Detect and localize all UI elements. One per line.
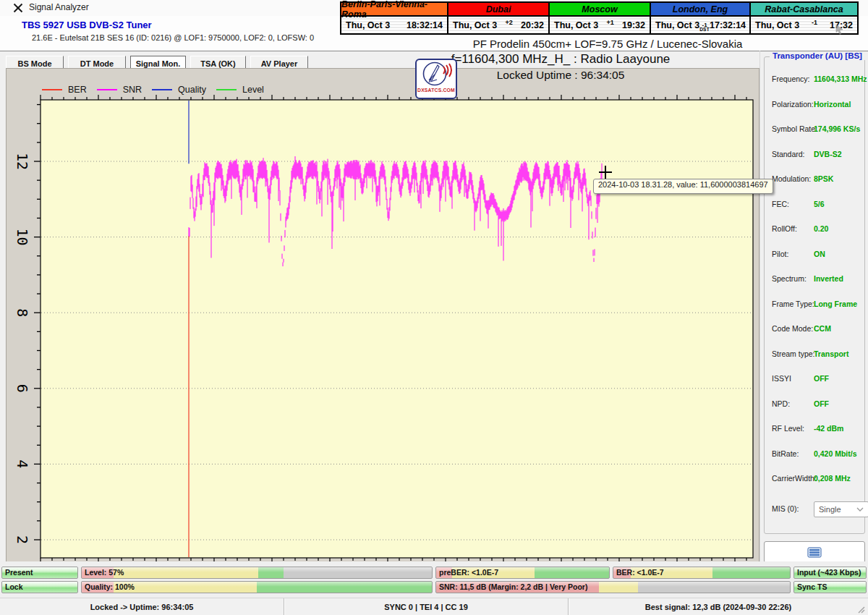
- transponder-row: Polarization:Horizontal: [772, 100, 860, 111]
- clock-berlin-paris-vienna-roma: Berlin-Paris-Vienna-Roma Thu, Oct 3 18:3…: [340, 1, 448, 35]
- clock-city-label: Moscow: [550, 3, 650, 17]
- list-icon: [807, 547, 822, 558]
- status-best-signal: Best signal: 12,3 dB (2024-09-30 22:26): [569, 598, 868, 615]
- tuner-subtitle: 21.6E - Eutelsat 21B SES 16 (ID: 0216) @…: [32, 33, 314, 42]
- dxsatcs-logo-graphic: [420, 60, 453, 89]
- app-icon: [13, 3, 23, 13]
- transponder-value: 11604,313 MHz: [814, 75, 867, 83]
- lock-indicator: Lock: [1, 581, 78, 593]
- transponder-row: Frame Type:Long Frame: [772, 300, 860, 310]
- window-title: Signal Analyzer: [29, 2, 89, 12]
- transponder-label: Standard:: [772, 150, 805, 161]
- transponder-row: Code Mode:CCM: [772, 324, 860, 335]
- transponder-row: Frequency:11604,313 MHz: [772, 75, 860, 85]
- transponder-value: ON: [814, 250, 825, 258]
- mis-row: MIS (0): Single: [772, 504, 860, 513]
- svg-text:6: 6: [14, 384, 31, 393]
- transponder-row: Symbol Rate:174,996 KS/s: [772, 124, 860, 135]
- level-line-swatch: [216, 89, 237, 90]
- transponder-label: Spectrum:: [772, 274, 807, 285]
- transponder-label: RF Level:: [772, 424, 804, 435]
- level-bar: Level: 57%: [81, 567, 433, 579]
- indicator-bars: Present Level: 57% preBER: <1.0E-7 BER: …: [0, 561, 868, 598]
- status-sync-counters: SYNC 0 | TEI 4 | CC 19: [284, 598, 569, 615]
- transponder-row: RF Level:-42 dBm: [772, 424, 860, 435]
- world-clocks: Berlin-Paris-Vienna-Roma Thu, Oct 3 18:3…: [340, 1, 859, 35]
- transponder-value: Inverted: [814, 274, 843, 283]
- transponder-label: Symbol Rate:: [772, 124, 817, 135]
- transponder-label: Code Mode:: [772, 324, 813, 335]
- svg-text:10: 10: [14, 229, 31, 246]
- chart-tooltip: 2024-10-03 18.31.28, value: 11,600000381…: [593, 179, 773, 194]
- transponder-value: 174,996 KS/s: [814, 124, 860, 133]
- clock-moscow: Moscow Thu, Oct 3 +1 19:32: [548, 1, 651, 35]
- clock-city-label: Dubai: [448, 3, 548, 17]
- clock-city-label: Rabat-Casablanca: [751, 3, 857, 17]
- transponder-label: CarrierWidth:: [772, 474, 817, 485]
- preber-bar: preBER: <1.0E-7: [435, 567, 610, 579]
- transponder-row: Stream type:Transport: [772, 349, 860, 360]
- status-bar: Locked -> Uptime: 96:34:05 SYNC 0 | TEI …: [0, 598, 868, 615]
- snr-bar: SNR: 11,5 dB (Margin: 2,2 dB | Very Poor…: [435, 581, 791, 593]
- ber-bar: BER: <1.0E-7: [613, 567, 791, 579]
- transponder-value: OFF: [814, 399, 829, 408]
- svg-text:4: 4: [14, 459, 31, 468]
- transponder-label: Frequency:: [772, 75, 810, 85]
- transponder-value: 0,420 Mbit/s: [814, 449, 857, 458]
- resize-grip[interactable]: [856, 605, 865, 614]
- antenna-location-line: PF Prodelin 450cm+ LOF=9.75 GHz / Lucene…: [347, 38, 868, 50]
- transponder-value: 5/6: [814, 200, 825, 208]
- tuner-title: TBS 5927 USB DVB-S2 Tuner: [22, 20, 152, 30]
- header-divider: [0, 51, 868, 51]
- transponder-value: Transport: [814, 349, 848, 358]
- quality-line-swatch: [152, 89, 172, 90]
- transponder-value: -42 dBm: [814, 424, 843, 433]
- legend-level: Level: [216, 85, 264, 95]
- clock-city-label: London, Eng: [651, 3, 749, 17]
- transponder-label: Polarization:: [772, 100, 814, 111]
- dxsatcs-logo: DXSATCS.COM: [415, 59, 457, 99]
- transponder-row: NPD:OFF: [772, 399, 860, 410]
- clock-city-label: Berlin-Paris-Vienna-Roma: [341, 3, 447, 17]
- transponder-value: Long Frame: [814, 300, 857, 308]
- svg-text:2: 2: [14, 535, 31, 544]
- signal-analyzer-window: Signal Analyzer TBS 5927 USB DVB-S2 Tune…: [0, 0, 868, 615]
- transponder-row: Pilot:ON: [772, 250, 860, 260]
- transponder-value: DVB-S2: [814, 150, 842, 158]
- transponder-label: FEC:: [772, 200, 789, 211]
- chevron-down-icon: [856, 507, 864, 512]
- legend-snr: SNR: [97, 85, 142, 95]
- ber-line-swatch: [42, 89, 62, 90]
- transponder-row: BitRate:0,420 Mbit/s: [772, 449, 860, 460]
- chart-plot-area[interactable]: 24681012: [7, 69, 759, 562]
- present-indicator: Present: [1, 567, 78, 579]
- mis-label: MIS (0):: [772, 504, 799, 513]
- transponder-label: NPD:: [772, 399, 790, 410]
- chart-legend: BER SNR Quality Level: [42, 82, 264, 97]
- transponder-value: OFF: [814, 374, 829, 383]
- transponder-label: RollOff:: [772, 224, 797, 235]
- mis-select[interactable]: Single: [814, 501, 868, 517]
- sync-ts-indicator: Sync TS: [793, 581, 867, 593]
- transponder-value: 0,208 MHz: [814, 474, 851, 483]
- transponder-value: 0.20: [814, 224, 828, 233]
- transport-list-button[interactable]: [764, 541, 865, 563]
- svg-text:8: 8: [14, 308, 31, 317]
- transponder-group: Frequency:11604,313 MHzPolarization:Hori…: [764, 56, 865, 534]
- transponder-label: ISSYI: [772, 374, 791, 385]
- transponder-row: CarrierWidth:0,208 MHz: [772, 474, 860, 485]
- transponder-label: BitRate:: [772, 449, 799, 460]
- input-rate-indicator: Input (~423 Kbps): [793, 567, 867, 579]
- mouse-cursor-icon: [833, 23, 846, 36]
- clock-time: Thu, Oct 3 +2 20:32: [448, 17, 548, 33]
- transponder-group-title: Transponder (AU) [BS]: [770, 51, 865, 60]
- transponder-label: Frame Type:: [772, 300, 814, 310]
- transponder-row: Modulation:8PSK: [772, 174, 860, 185]
- svg-text:12: 12: [14, 153, 31, 170]
- clock-london: London, Eng Thu, Oct 3 -1DST 17:32:14: [650, 1, 751, 35]
- transponder-label: Stream type:: [772, 349, 815, 360]
- signal-chart: BER SNR Quality Level 24681012 DXSATCS.C…: [6, 68, 760, 563]
- transponder-row: Standard:DVB-S2: [772, 150, 860, 161]
- snr-line-swatch: [97, 89, 117, 90]
- transponder-row: ISSYIOFF: [772, 374, 860, 385]
